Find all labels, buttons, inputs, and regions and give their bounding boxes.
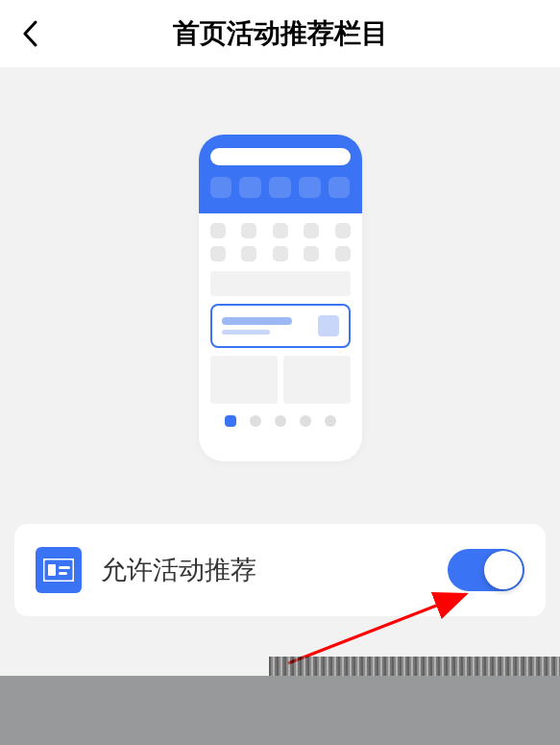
illustration <box>0 67 560 524</box>
allow-recommendation-toggle[interactable] <box>448 549 524 591</box>
back-button[interactable] <box>19 22 42 45</box>
svg-rect-3 <box>59 572 67 575</box>
artifact-bar <box>269 657 560 676</box>
setting-card: 允许活动推荐 <box>14 524 546 616</box>
chevron-left-icon <box>22 20 39 47</box>
setting-label: 允许活动推荐 <box>101 553 428 587</box>
header: 首页活动推荐栏目 <box>0 0 560 67</box>
svg-rect-2 <box>59 566 70 569</box>
page-title: 首页活动推荐栏目 <box>0 15 560 52</box>
svg-rect-1 <box>48 564 56 576</box>
recommendation-icon <box>36 547 82 593</box>
bottom-bar <box>0 676 560 745</box>
phone-mockup <box>199 135 362 461</box>
svg-rect-0 <box>43 559 74 582</box>
highlighted-recommendation <box>210 304 351 348</box>
